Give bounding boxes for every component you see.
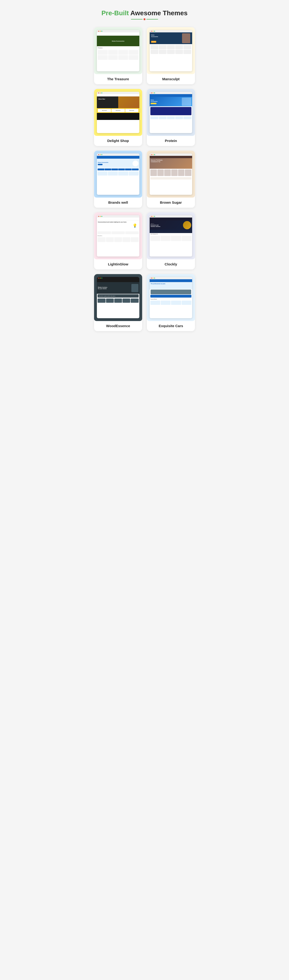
mock-browser: HomeAccessories Shop Now — [150, 30, 192, 72]
divider-line-right — [146, 19, 158, 19]
car-products — [150, 300, 192, 305]
theme-card-brands[interactable]: Home Accessories — [94, 151, 142, 208]
light-best — [106, 237, 114, 242]
divider-line-left — [131, 19, 143, 19]
treasure-product-item — [129, 55, 138, 60]
wood-promo: Subscribe to update with the information — [98, 294, 138, 298]
mock-bar — [97, 215, 139, 218]
mock-bar — [150, 277, 192, 279]
dot-red — [98, 278, 99, 278]
theme-preview-lightingglow: Unconventional and modern lighting for y… — [94, 212, 142, 259]
car-hero-text: The professional car parts — [151, 283, 191, 285]
brands-products — [97, 171, 139, 176]
mans-prod — [159, 50, 167, 54]
divider-dot — [144, 18, 145, 20]
treasure-product-item — [108, 50, 118, 55]
brown-prod — [157, 169, 164, 176]
car-prod — [150, 301, 160, 305]
delight-promo: New promotion New promotion New promotio… — [97, 108, 139, 113]
light-header — [97, 218, 139, 220]
dot-yellow — [152, 31, 153, 32]
protein-cat — [159, 116, 167, 119]
protein-img — [182, 98, 191, 106]
mock-bar — [150, 92, 192, 94]
theme-name-protein: Protein — [147, 136, 195, 146]
theme-card-brownsugar[interactable]: Discover The BeautyContained In Tea — [147, 151, 195, 208]
mock-browser: Home Accessories — [97, 153, 139, 195]
mock-content: The professional car parts Popular Model… — [150, 279, 192, 318]
brands-header — [97, 156, 139, 159]
protein-hero-text: HomeAccessories — [151, 99, 181, 102]
brands-hero-left: Home Accessories — [98, 162, 108, 165]
theme-card-delight[interactable]: Winter Wear New promotion New promotion … — [94, 89, 142, 146]
dot-green — [101, 154, 102, 155]
dot-yellow — [100, 278, 101, 278]
light-promo-box — [125, 231, 139, 234]
delight-hero: Winter Wear — [97, 97, 139, 108]
treasure-product-item — [118, 55, 128, 60]
protein-header — [150, 94, 192, 97]
theme-preview-clockly: WATCH Exclusive andtimeless watches TO — [147, 212, 195, 259]
clock-header — [150, 218, 192, 220]
theme-card-clockly[interactable]: WATCH Exclusive andtimeless watches TO — [147, 212, 195, 269]
dot-red — [98, 92, 99, 94]
brands-cat — [111, 169, 118, 170]
dot-yellow — [152, 216, 153, 217]
mock-bar — [97, 92, 139, 94]
brands-prod — [108, 171, 118, 175]
mock-content: Home Accessories Products — [97, 32, 139, 72]
brands-hero-text: Home Accessories — [98, 162, 108, 163]
car-prod — [171, 301, 181, 305]
theme-card-lightingglow[interactable]: Unconventional and modern lighting for y… — [94, 212, 142, 269]
mock-browser: Unconventional and modern lighting for y… — [97, 215, 139, 256]
mock-content: HomeAccessories — [150, 94, 192, 133]
treasure-product-item — [98, 50, 108, 55]
brown-prod — [185, 169, 191, 176]
wood-prod — [98, 299, 105, 303]
theme-card-woodessence[interactable]: Modern furniturefor your interior Subscr… — [94, 274, 142, 331]
mock-content: HomeAccessories Shop Now — [150, 32, 192, 72]
clock-watch-img — [183, 221, 191, 229]
themes-grid: Home Accessories Products — [94, 27, 195, 331]
title-divider — [94, 18, 195, 20]
theme-preview-mansculpt: HomeAccessories Shop Now — [147, 27, 195, 74]
mans-prod — [183, 50, 191, 54]
light-promo-box — [98, 231, 111, 234]
light-promos — [97, 231, 139, 235]
theme-name-lightingglow: LightinGlow — [94, 259, 142, 269]
dot-green — [154, 216, 155, 217]
dot-red — [151, 216, 152, 217]
dot-yellow — [100, 31, 101, 32]
theme-preview-inner-exquisite: The professional car parts Popular Model… — [150, 277, 192, 318]
mans-hero: HomeAccessories Shop Now — [150, 32, 192, 44]
mans-prod — [159, 45, 167, 49]
treasure-product-item — [98, 55, 108, 60]
light-lamp: 💡 — [131, 221, 138, 230]
theme-preview-delight: Winter Wear New promotion New promotion … — [94, 89, 142, 136]
car-hero-top: The professional car parts — [150, 282, 192, 289]
wood-products — [97, 298, 139, 303]
protein-btn — [151, 103, 156, 104]
theme-preview-inner-protein: HomeAccessories — [150, 92, 192, 133]
theme-card-mansculpt[interactable]: HomeAccessories Shop Now — [147, 27, 195, 84]
delight-promo-box: New promotion — [111, 109, 125, 112]
mock-browser: Discover The BeautyContained In Tea — [150, 153, 192, 195]
delight-promo-box: New promotion — [125, 109, 138, 112]
theme-card-treasure[interactable]: Home Accessories Products — [94, 27, 142, 84]
wood-prod — [131, 299, 138, 303]
mock-content: Unconventional and modern lighting for y… — [97, 218, 139, 256]
brown-text-section — [150, 177, 191, 180]
clock-prod — [171, 236, 181, 241]
theme-name-brands: Brands well — [94, 197, 142, 208]
theme-preview-inner-clockly: WATCH Exclusive andtimeless watches TO — [150, 215, 192, 256]
theme-card-protein[interactable]: HomeAccessories — [147, 89, 195, 146]
mans-hero-text: HomeAccessories — [151, 34, 158, 38]
theme-card-exquisite[interactable]: The professional car parts Popular Model… — [147, 274, 195, 331]
treasure-product-item — [118, 50, 128, 55]
dot-red — [151, 154, 152, 155]
delight-hero-text: Winter Wear — [98, 98, 105, 100]
mans-prod — [183, 45, 191, 49]
mock-content: Home Accessories — [97, 156, 139, 195]
mock-browser: The professional car parts Popular Model… — [150, 277, 192, 318]
theme-preview-woodessence: Modern furniturefor your interior Subscr… — [94, 274, 142, 321]
